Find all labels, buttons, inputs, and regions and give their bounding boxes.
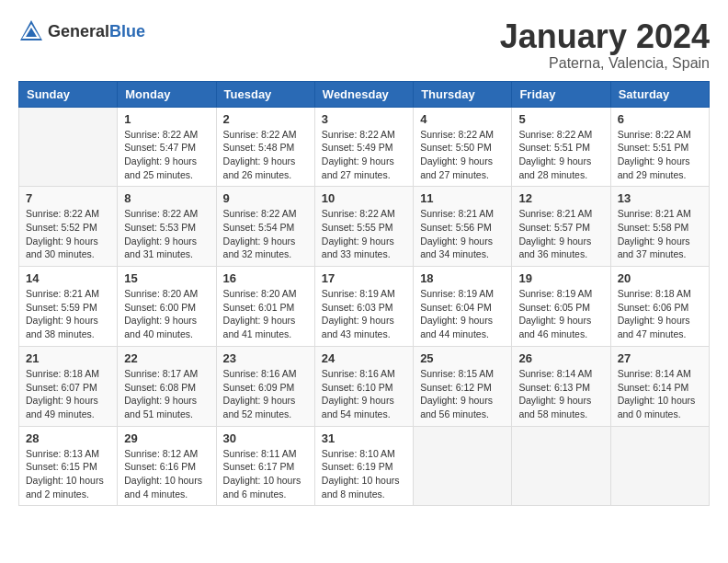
calendar-cell: 21Sunrise: 8:18 AMSunset: 6:07 PMDayligh…	[19, 346, 118, 426]
day-number: 22	[124, 351, 209, 365]
day-info: Sunrise: 8:22 AMSunset: 5:55 PMDaylight:…	[322, 207, 406, 261]
day-info: Sunrise: 8:16 AMSunset: 6:10 PMDaylight:…	[322, 367, 406, 421]
logo-icon	[18, 18, 44, 44]
calendar-cell: 5Sunrise: 8:22 AMSunset: 5:51 PMDaylight…	[512, 107, 610, 187]
calendar-cell: 30Sunrise: 8:11 AMSunset: 6:17 PMDayligh…	[216, 426, 314, 506]
calendar-cell: 28Sunrise: 8:13 AMSunset: 6:15 PMDayligh…	[19, 426, 118, 506]
day-info: Sunrise: 8:11 AMSunset: 6:17 PMDaylight:…	[223, 447, 308, 501]
location-subtitle: Paterna, Valencia, Spain	[500, 55, 710, 72]
title-area: January 2024 Paterna, Valencia, Spain	[500, 18, 710, 72]
day-number: 6	[618, 112, 702, 126]
day-number: 27	[618, 351, 702, 365]
calendar-cell: 18Sunrise: 8:19 AMSunset: 6:04 PMDayligh…	[414, 267, 512, 347]
weekday-header-sunday: Sunday	[19, 81, 118, 107]
day-info: Sunrise: 8:19 AMSunset: 6:04 PMDaylight:…	[420, 287, 505, 341]
calendar-cell: 7Sunrise: 8:22 AMSunset: 5:52 PMDaylight…	[19, 187, 118, 267]
day-info: Sunrise: 8:18 AMSunset: 6:07 PMDaylight:…	[26, 367, 110, 421]
calendar-cell: 3Sunrise: 8:22 AMSunset: 5:49 PMDaylight…	[314, 107, 413, 187]
day-number: 16	[223, 271, 308, 285]
day-info: Sunrise: 8:22 AMSunset: 5:51 PMDaylight:…	[518, 128, 603, 182]
day-number: 3	[322, 112, 406, 126]
calendar-table: SundayMondayTuesdayWednesdayThursdayFrid…	[18, 81, 710, 507]
day-number: 29	[124, 431, 209, 445]
calendar-cell: 24Sunrise: 8:16 AMSunset: 6:10 PMDayligh…	[314, 346, 413, 426]
day-number: 31	[322, 431, 406, 445]
day-info: Sunrise: 8:21 AMSunset: 5:58 PMDaylight:…	[618, 207, 702, 261]
month-title: January 2024	[500, 18, 710, 55]
header: GeneralBlue January 2024 Paterna, Valenc…	[18, 18, 710, 72]
day-info: Sunrise: 8:21 AMSunset: 5:57 PMDaylight:…	[518, 207, 603, 261]
day-info: Sunrise: 8:13 AMSunset: 6:15 PMDaylight:…	[26, 447, 110, 501]
calendar-cell: 29Sunrise: 8:12 AMSunset: 6:16 PMDayligh…	[118, 426, 216, 506]
calendar-cell: 26Sunrise: 8:14 AMSunset: 6:13 PMDayligh…	[512, 346, 610, 426]
calendar-header-row: SundayMondayTuesdayWednesdayThursdayFrid…	[19, 81, 710, 107]
calendar-cell	[414, 426, 512, 506]
calendar-cell: 14Sunrise: 8:21 AMSunset: 5:59 PMDayligh…	[19, 267, 118, 347]
calendar-cell: 20Sunrise: 8:18 AMSunset: 6:06 PMDayligh…	[610, 267, 709, 347]
day-info: Sunrise: 8:19 AMSunset: 6:03 PMDaylight:…	[322, 287, 406, 341]
day-info: Sunrise: 8:14 AMSunset: 6:14 PMDaylight:…	[618, 367, 702, 421]
calendar-cell: 6Sunrise: 8:22 AMSunset: 5:51 PMDaylight…	[610, 107, 709, 187]
calendar-cell	[610, 426, 709, 506]
calendar-cell	[19, 107, 118, 187]
day-info: Sunrise: 8:21 AMSunset: 5:59 PMDaylight:…	[26, 287, 110, 341]
weekday-header-friday: Friday	[512, 81, 610, 107]
calendar-cell: 10Sunrise: 8:22 AMSunset: 5:55 PMDayligh…	[314, 187, 413, 267]
calendar-cell: 2Sunrise: 8:22 AMSunset: 5:48 PMDaylight…	[216, 107, 314, 187]
day-info: Sunrise: 8:22 AMSunset: 5:49 PMDaylight:…	[322, 128, 406, 182]
calendar-cell: 17Sunrise: 8:19 AMSunset: 6:03 PMDayligh…	[314, 267, 413, 347]
day-info: Sunrise: 8:14 AMSunset: 6:13 PMDaylight:…	[518, 367, 603, 421]
day-info: Sunrise: 8:20 AMSunset: 6:01 PMDaylight:…	[223, 287, 308, 341]
day-number: 28	[26, 431, 110, 445]
day-info: Sunrise: 8:10 AMSunset: 6:19 PMDaylight:…	[322, 447, 406, 501]
day-info: Sunrise: 8:19 AMSunset: 6:05 PMDaylight:…	[518, 287, 603, 341]
calendar-week-row: 28Sunrise: 8:13 AMSunset: 6:15 PMDayligh…	[19, 426, 710, 506]
day-info: Sunrise: 8:22 AMSunset: 5:54 PMDaylight:…	[223, 207, 308, 261]
calendar-cell: 19Sunrise: 8:19 AMSunset: 6:05 PMDayligh…	[512, 267, 610, 347]
calendar-cell: 11Sunrise: 8:21 AMSunset: 5:56 PMDayligh…	[414, 187, 512, 267]
day-number: 11	[420, 191, 505, 205]
day-number: 8	[124, 191, 209, 205]
day-info: Sunrise: 8:22 AMSunset: 5:47 PMDaylight:…	[124, 128, 209, 182]
calendar-cell: 1Sunrise: 8:22 AMSunset: 5:47 PMDaylight…	[118, 107, 216, 187]
day-number: 30	[223, 431, 308, 445]
day-number: 14	[26, 271, 110, 285]
day-number: 15	[124, 271, 209, 285]
calendar-cell: 22Sunrise: 8:17 AMSunset: 6:08 PMDayligh…	[118, 346, 216, 426]
day-number: 25	[420, 351, 505, 365]
day-info: Sunrise: 8:15 AMSunset: 6:12 PMDaylight:…	[420, 367, 505, 421]
calendar-week-row: 7Sunrise: 8:22 AMSunset: 5:52 PMDaylight…	[19, 187, 710, 267]
day-number: 4	[420, 112, 505, 126]
weekday-header-tuesday: Tuesday	[216, 81, 314, 107]
day-number: 2	[223, 112, 308, 126]
weekday-header-monday: Monday	[118, 81, 216, 107]
day-number: 7	[26, 191, 110, 205]
calendar-week-row: 14Sunrise: 8:21 AMSunset: 5:59 PMDayligh…	[19, 267, 710, 347]
calendar-cell: 25Sunrise: 8:15 AMSunset: 6:12 PMDayligh…	[414, 346, 512, 426]
day-number: 13	[618, 191, 702, 205]
weekday-header-wednesday: Wednesday	[314, 81, 413, 107]
day-info: Sunrise: 8:22 AMSunset: 5:53 PMDaylight:…	[124, 207, 209, 261]
day-info: Sunrise: 8:22 AMSunset: 5:50 PMDaylight:…	[420, 128, 505, 182]
day-number: 1	[124, 112, 209, 126]
calendar-cell: 4Sunrise: 8:22 AMSunset: 5:50 PMDaylight…	[414, 107, 512, 187]
day-number: 5	[518, 112, 603, 126]
calendar-cell: 27Sunrise: 8:14 AMSunset: 6:14 PMDayligh…	[610, 346, 709, 426]
day-info: Sunrise: 8:22 AMSunset: 5:52 PMDaylight:…	[26, 207, 110, 261]
weekday-header-saturday: Saturday	[610, 81, 709, 107]
calendar-cell: 13Sunrise: 8:21 AMSunset: 5:58 PMDayligh…	[610, 187, 709, 267]
day-number: 9	[223, 191, 308, 205]
logo-general: GeneralBlue	[48, 22, 145, 41]
day-info: Sunrise: 8:16 AMSunset: 6:09 PMDaylight:…	[223, 367, 308, 421]
calendar-week-row: 1Sunrise: 8:22 AMSunset: 5:47 PMDaylight…	[19, 107, 710, 187]
day-info: Sunrise: 8:21 AMSunset: 5:56 PMDaylight:…	[420, 207, 505, 261]
day-number: 10	[322, 191, 406, 205]
calendar-week-row: 21Sunrise: 8:18 AMSunset: 6:07 PMDayligh…	[19, 346, 710, 426]
day-info: Sunrise: 8:20 AMSunset: 6:00 PMDaylight:…	[124, 287, 209, 341]
calendar-cell: 8Sunrise: 8:22 AMSunset: 5:53 PMDaylight…	[118, 187, 216, 267]
day-info: Sunrise: 8:12 AMSunset: 6:16 PMDaylight:…	[124, 447, 209, 501]
calendar-cell: 15Sunrise: 8:20 AMSunset: 6:00 PMDayligh…	[118, 267, 216, 347]
day-info: Sunrise: 8:17 AMSunset: 6:08 PMDaylight:…	[124, 367, 209, 421]
day-info: Sunrise: 8:22 AMSunset: 5:48 PMDaylight:…	[223, 128, 308, 182]
day-number: 21	[26, 351, 110, 365]
